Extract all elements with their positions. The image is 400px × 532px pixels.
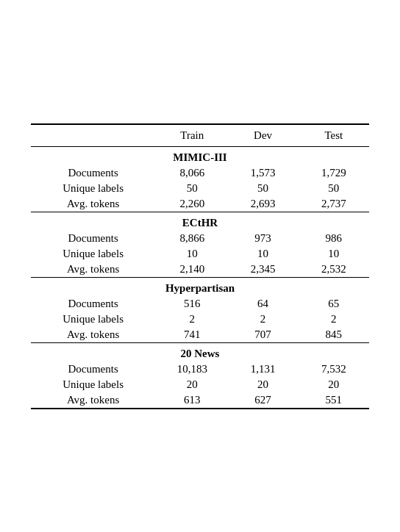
header-train: Train	[157, 124, 227, 147]
cell-train: 516	[157, 296, 227, 312]
table-row: Unique labels 20 20 20	[31, 377, 369, 392]
cell-train: 8,066	[157, 165, 227, 181]
cell-dev: 627	[227, 392, 298, 409]
cell-dev: 64	[227, 296, 298, 312]
table-row: Documents 10,183 1,131 7,532	[31, 362, 369, 377]
header-dev: Dev	[227, 124, 298, 147]
table-row: Avg. tokens 741 707 845	[31, 327, 369, 343]
row-label: Avg. tokens	[31, 392, 157, 409]
table-container: Train Dev Test MIMIC-III Documents 8,066…	[31, 123, 369, 409]
cell-test: 2,737	[299, 196, 369, 212]
cell-dev: 50	[227, 181, 298, 196]
section-header-ecthr: ECtHR	[31, 212, 369, 231]
section-header-hyperpartisan: Hyperpartisan	[31, 278, 369, 296]
cell-test: 10	[299, 246, 369, 262]
table-row: Documents 8,066 1,573 1,729	[31, 165, 369, 181]
header-row: Train Dev Test	[31, 124, 369, 147]
cell-dev: 2,693	[227, 196, 298, 212]
cell-test: 65	[299, 296, 369, 312]
cell-train: 8,866	[157, 231, 227, 246]
cell-train: 2	[157, 312, 227, 327]
cell-test: 1,729	[299, 165, 369, 181]
row-label: Documents	[31, 296, 157, 312]
cell-train: 613	[157, 392, 227, 409]
cell-dev: 1,573	[227, 165, 298, 181]
cell-test: 50	[299, 181, 369, 196]
cell-dev: 973	[227, 231, 298, 246]
cell-dev: 10	[227, 246, 298, 262]
table-row: Unique labels 10 10 10	[31, 246, 369, 262]
row-label: Documents	[31, 362, 157, 377]
row-label: Unique labels	[31, 246, 157, 262]
cell-test: 986	[299, 231, 369, 246]
cell-dev: 2,345	[227, 262, 298, 278]
row-label: Avg. tokens	[31, 327, 157, 343]
row-label: Unique labels	[31, 312, 157, 327]
row-label: Avg. tokens	[31, 196, 157, 212]
cell-dev: 20	[227, 377, 298, 392]
cell-train: 2,260	[157, 196, 227, 212]
cell-train: 741	[157, 327, 227, 343]
cell-dev: 2	[227, 312, 298, 327]
table-row: Avg. tokens 2,260 2,693 2,737	[31, 196, 369, 212]
cell-test: 2,532	[299, 262, 369, 278]
section-header-mimic-iii: MIMIC-III	[31, 146, 369, 165]
table-row: Unique labels 2 2 2	[31, 312, 369, 327]
row-label: Documents	[31, 165, 157, 181]
table-row: Documents 516 64 65	[31, 296, 369, 312]
row-label: Unique labels	[31, 377, 157, 392]
cell-dev: 707	[227, 327, 298, 343]
row-label: Unique labels	[31, 181, 157, 196]
cell-train: 10,183	[157, 362, 227, 377]
header-label-col	[31, 124, 157, 147]
cell-dev: 1,131	[227, 362, 298, 377]
section-header-20-news: 20 News	[31, 343, 369, 362]
cell-test: 845	[299, 327, 369, 343]
table-row: Avg. tokens 2,140 2,345 2,532	[31, 262, 369, 278]
table-row: Unique labels 50 50 50	[31, 181, 369, 196]
header-test: Test	[299, 124, 369, 147]
table-row: Avg. tokens 613 627 551	[31, 392, 369, 409]
cell-train: 2,140	[157, 262, 227, 278]
cell-train: 10	[157, 246, 227, 262]
data-table: Train Dev Test MIMIC-III Documents 8,066…	[31, 123, 369, 409]
row-label: Avg. tokens	[31, 262, 157, 278]
table-row: Documents 8,866 973 986	[31, 231, 369, 246]
cell-test: 2	[299, 312, 369, 327]
cell-train: 20	[157, 377, 227, 392]
cell-test: 7,532	[299, 362, 369, 377]
row-label: Documents	[31, 231, 157, 246]
cell-test: 551	[299, 392, 369, 409]
cell-test: 20	[299, 377, 369, 392]
cell-train: 50	[157, 181, 227, 196]
